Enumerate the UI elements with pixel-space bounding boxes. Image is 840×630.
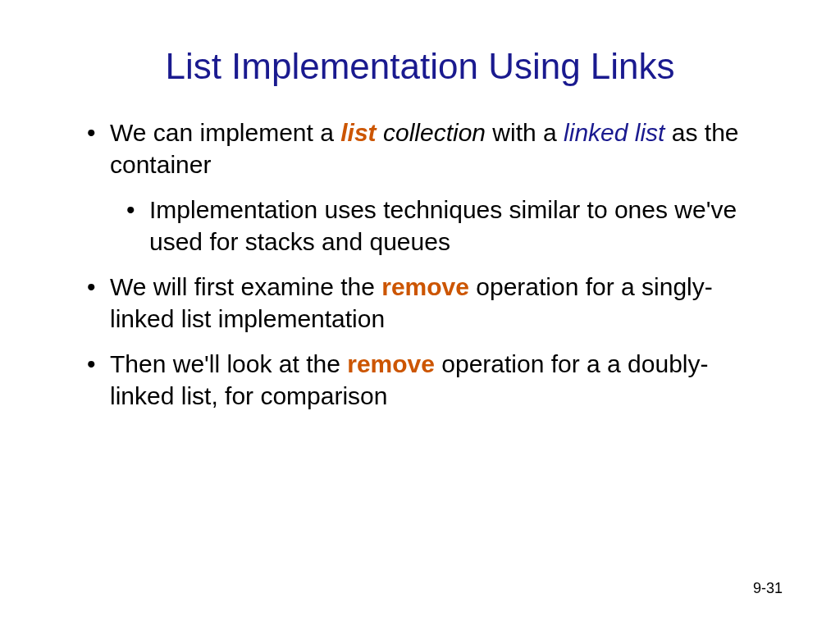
highlighted-term: remove <box>347 350 435 377</box>
bullet-item: Then we'll look at the remove operation … <box>82 348 766 412</box>
highlighted-term: list <box>340 119 376 146</box>
italic-term: collection <box>377 119 486 146</box>
slide-title: List Implementation Using Links <box>0 0 840 116</box>
text-segment: We can implement a <box>110 119 340 146</box>
bullet-list: We can implement a list collection with … <box>82 116 766 412</box>
text-segment: We will first examine the <box>110 273 381 300</box>
text-segment: Implementation uses techniques similar t… <box>149 196 737 255</box>
text-segment: with a <box>486 119 564 146</box>
sub-bullet-item: Implementation uses techniques similar t… <box>82 194 766 258</box>
page-number: 9-31 <box>753 580 783 597</box>
highlighted-term: remove <box>381 273 469 300</box>
blue-italic-term: linked list <box>564 119 664 146</box>
text-segment: Then we'll look at the <box>110 350 347 377</box>
bullet-item: We will first examine the remove operati… <box>82 271 766 335</box>
bullet-item: We can implement a list collection with … <box>82 116 766 180</box>
slide-content: We can implement a list collection with … <box>0 116 840 412</box>
